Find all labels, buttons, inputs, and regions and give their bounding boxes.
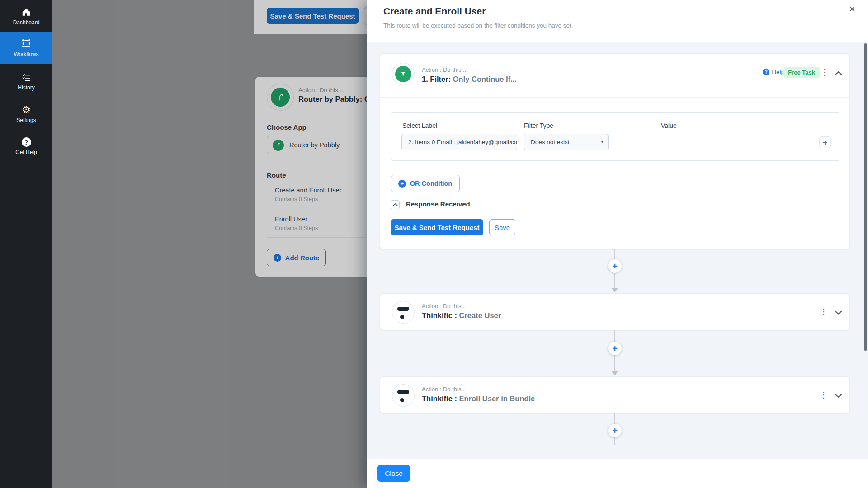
filter-type-value: Does not exist (531, 139, 570, 145)
sidebar: Dashboard Workflows History ⚙ Settings (0, 0, 52, 488)
route-drawer: Create and Enroll User This route will b… (367, 0, 868, 488)
filter-step-title: 1. Filter: Only Continue If... (422, 75, 517, 84)
drawer-title: Create and Enroll User (383, 6, 486, 17)
condition-group: Select Label Filter Type Value 2. Items … (391, 112, 840, 161)
or-condition-label: OR Condition (410, 180, 452, 187)
kebab-menu-icon[interactable]: ⋮ (820, 391, 828, 399)
app-name: Thinkific : (422, 394, 457, 403)
workflows-icon (21, 38, 32, 49)
scrollbar-thumb[interactable] (864, 43, 867, 351)
filter-action-label: Action : Do this ... (422, 66, 468, 73)
step-number: 1. Filter: (422, 75, 451, 83)
close-drawer-button[interactable]: Close (377, 465, 410, 482)
value-heading: Value (661, 122, 677, 129)
connector-arrow-icon (612, 288, 618, 292)
backdrop-dim-2[interactable] (52, 0, 367, 488)
collapse-chevron-up-icon[interactable] (835, 70, 842, 78)
kebab-menu-icon[interactable]: ⋮ (820, 308, 828, 316)
add-step-button[interactable]: + (608, 424, 622, 437)
drawer-header: Create and Enroll User This route will b… (367, 0, 868, 42)
response-received-toggle[interactable] (391, 200, 400, 209)
free-task-badge: Free Task (783, 67, 820, 78)
sidebar-item-label: Settings (16, 117, 36, 123)
expand-chevron-down-icon[interactable] (835, 392, 842, 400)
select-label-value: 2. Items 0 Email : jaidenfahey@gmail.co (408, 139, 517, 145)
filter-type-dropdown[interactable]: Does not exist ▾ (524, 134, 609, 150)
add-condition-button[interactable]: + (819, 136, 831, 148)
add-step-button[interactable]: + (608, 259, 622, 273)
drawer-subtitle: This route will be executed based on the… (383, 22, 573, 29)
thinkific-step-avatar (392, 384, 415, 407)
step-name: Enroll User in Bundle (459, 394, 535, 403)
thinkific-icon-dot (400, 398, 404, 402)
divider (380, 97, 849, 98)
select-label-dropdown[interactable]: 2. Items 0 Email : jaidenfahey@gmail.co … (401, 134, 517, 150)
step-action-label: Action : Do this ... (422, 386, 468, 393)
sidebar-item-workflows[interactable]: Workflows (0, 32, 52, 64)
step-action-label: Action : Do this ... (422, 303, 468, 310)
sidebar-item-label: Dashboard (13, 19, 40, 26)
app-screen: Save & Send Test Request Action : Do thi… (0, 0, 868, 488)
plus-circle-icon: + (398, 180, 406, 188)
step-title: Thinkific : Enroll User in Bundle (422, 394, 535, 403)
close-icon[interactable]: × (849, 3, 855, 16)
drawer-content: Action : Do this ... 1. Filter: Only Con… (367, 42, 868, 459)
thinkific-step-avatar (392, 301, 415, 324)
help-link[interactable]: ? Help (763, 69, 784, 75)
thinkific-icon (397, 390, 409, 394)
connector-arrow-icon (612, 371, 618, 375)
question-circle-icon: ? (22, 137, 31, 147)
select-label-heading: Select Label (402, 122, 437, 129)
home-icon (21, 7, 31, 17)
thinkific-create-user-card[interactable]: Action : Do this ... Thinkific : Create … (380, 293, 850, 330)
help-question-icon: ? (763, 69, 769, 75)
filter-step-avatar (392, 63, 415, 85)
drawer-footer: Close (367, 459, 868, 488)
save-send-test-request-button[interactable]: Save & Send Test Request (391, 219, 483, 235)
step-name: Create User (459, 311, 501, 319)
filter-type-heading: Filter Type (524, 122, 553, 129)
caret-down-icon: ▾ (509, 138, 512, 145)
sidebar-item-label: Workflows (14, 51, 38, 57)
step-title: Thinkific : Create User (422, 311, 501, 320)
sidebar-item-dashboard[interactable]: Dashboard (0, 4, 52, 30)
app-name: Thinkific : (422, 311, 457, 319)
history-list-icon (21, 72, 31, 82)
sidebar-item-settings[interactable]: ⚙ Settings (0, 101, 52, 127)
save-button[interactable]: Save (489, 219, 515, 235)
thinkific-enroll-user-card[interactable]: Action : Do this ... Thinkific : Enroll … (380, 376, 850, 413)
expand-chevron-down-icon[interactable] (835, 309, 842, 317)
thinkific-icon (397, 307, 409, 311)
kebab-menu-icon[interactable]: ⋮ (821, 68, 829, 76)
step-name: Only Continue If... (453, 75, 517, 83)
add-step-button[interactable]: + (608, 342, 622, 355)
thinkific-icon-dot (400, 315, 404, 319)
sidebar-item-get-help[interactable]: ? Get Help (0, 134, 52, 160)
or-condition-button[interactable]: + OR Condition (391, 175, 460, 192)
filter-step-card: Action : Do this ... 1. Filter: Only Con… (380, 53, 850, 249)
sidebar-item-label: History (18, 84, 34, 91)
response-received-label: Response Received (406, 200, 470, 208)
gear-icon: ⚙ (22, 105, 31, 115)
sidebar-item-label: Get Help (15, 149, 37, 155)
sidebar-item-history[interactable]: History (0, 69, 52, 95)
caret-down-icon: ▾ (601, 138, 604, 145)
filter-icon (395, 66, 411, 82)
help-label: Help (772, 69, 784, 75)
